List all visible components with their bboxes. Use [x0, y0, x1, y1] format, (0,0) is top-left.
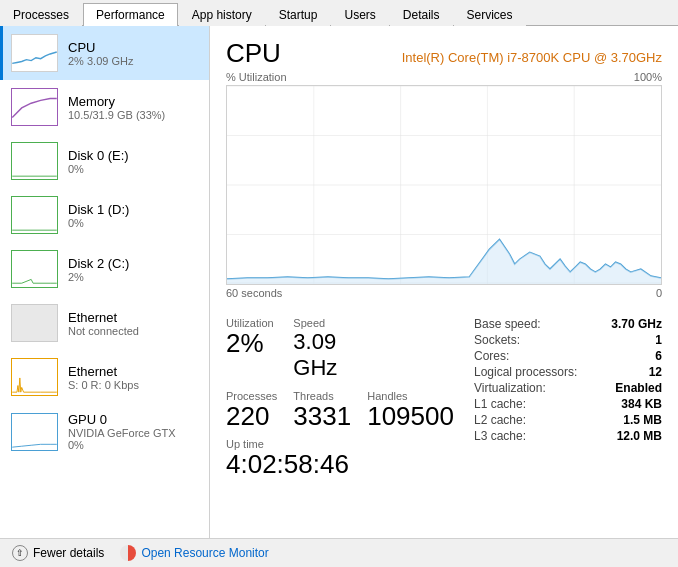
- ethernet0-title: Ethernet: [68, 310, 201, 325]
- base-speed-val: 3.70 GHz: [611, 317, 662, 331]
- handles-label: Handles: [367, 390, 454, 402]
- chart-label-left: % Utilization: [226, 71, 287, 83]
- disk2-title: Disk 2 (C:): [68, 256, 201, 271]
- memory-thumbnail: [11, 88, 58, 126]
- fewer-details-button[interactable]: ⇧ Fewer details: [12, 545, 104, 561]
- cores-row: Cores: 6: [474, 349, 662, 363]
- stats-grid: Utilization 2% Speed 3.09 GHz Processes …: [226, 317, 454, 479]
- tab-app-history[interactable]: App history: [179, 3, 265, 26]
- disk2-info: Disk 2 (C:) 2%: [68, 256, 201, 283]
- ethernet1-thumbnail: [11, 358, 58, 396]
- l1-row: L1 cache: 384 KB: [474, 397, 662, 411]
- cores-val: 6: [655, 349, 662, 363]
- sidebar-item-ethernet0[interactable]: Ethernet Not connected: [0, 296, 209, 350]
- memory-info: Memory 10.5/31.9 GB (33%): [68, 94, 201, 121]
- gpu0-title: GPU 0: [68, 412, 201, 427]
- tab-services[interactable]: Services: [454, 3, 526, 26]
- disk0-subtitle: 0%: [68, 163, 201, 175]
- tab-users[interactable]: Users: [331, 3, 388, 26]
- memory-subtitle: 10.5/31.9 GB (33%): [68, 109, 201, 121]
- l3-val: 12.0 MB: [617, 429, 662, 443]
- virtualization-val: Enabled: [615, 381, 662, 395]
- handles-value: 109500: [367, 402, 454, 431]
- sockets-row: Sockets: 1: [474, 333, 662, 347]
- svg-rect-1: [12, 89, 57, 125]
- sidebar-item-disk1[interactable]: Disk 1 (D:) 0%: [0, 188, 209, 242]
- sidebar-item-cpu[interactable]: CPU 2% 3.09 GHz: [0, 26, 209, 80]
- utilization-value: 2%: [226, 329, 277, 358]
- footer: ⇧ Fewer details Open Resource Monitor: [0, 538, 678, 567]
- panel-cpu-model: Intel(R) Core(TM) i7-8700K CPU @ 3.70GHz: [402, 50, 662, 65]
- logical-row: Logical processors: 12: [474, 365, 662, 379]
- sockets-key: Sockets:: [474, 333, 520, 347]
- right-panel: CPU Intel(R) Core(TM) i7-8700K CPU @ 3.7…: [210, 26, 678, 538]
- bottom-section: Utilization 2% Speed 3.09 GHz Processes …: [226, 307, 662, 479]
- open-resource-monitor-link[interactable]: Open Resource Monitor: [120, 545, 268, 561]
- sidebar-item-ethernet1[interactable]: Ethernet S: 0 R: 0 Kbps: [0, 350, 209, 404]
- panel-header: CPU Intel(R) Core(TM) i7-8700K CPU @ 3.7…: [226, 38, 662, 69]
- disk2-subtitle: 2%: [68, 271, 201, 283]
- utilization-block: Utilization 2%: [226, 317, 277, 382]
- main-content: CPU 2% 3.09 GHz Memory 10.5/31.9 GB (33%…: [0, 26, 678, 538]
- speed-value: 3.09 GHz: [293, 329, 351, 382]
- cores-key: Cores:: [474, 349, 509, 363]
- base-speed-key: Base speed:: [474, 317, 541, 331]
- tab-processes[interactable]: Processes: [0, 3, 82, 26]
- speed-block: Speed 3.09 GHz: [293, 317, 351, 382]
- l1-key: L1 cache:: [474, 397, 526, 411]
- memory-title: Memory: [68, 94, 201, 109]
- ethernet0-info: Ethernet Not connected: [68, 310, 201, 337]
- chart-label-right: 100%: [634, 71, 662, 83]
- handles-block: Handles 109500: [367, 390, 454, 431]
- gpu0-subtitle2: 0%: [68, 439, 201, 451]
- virtualization-row: Virtualization: Enabled: [474, 381, 662, 395]
- l3-key: L3 cache:: [474, 429, 526, 443]
- ethernet1-title: Ethernet: [68, 364, 201, 379]
- tab-startup[interactable]: Startup: [266, 3, 331, 26]
- disk2-thumbnail: [11, 250, 58, 288]
- disk1-subtitle: 0%: [68, 217, 201, 229]
- svg-rect-2: [12, 143, 57, 179]
- threads-label: Threads: [293, 390, 351, 402]
- threads-value: 3331: [293, 402, 351, 431]
- info-table: Base speed: 3.70 GHz Sockets: 1 Cores: 6: [474, 317, 662, 443]
- disk0-info: Disk 0 (E:) 0%: [68, 148, 201, 175]
- sidebar-item-gpu0[interactable]: GPU 0 NVIDIA GeForce GTX 0%: [0, 404, 209, 459]
- sockets-val: 1: [655, 333, 662, 347]
- sidebar-item-memory[interactable]: Memory 10.5/31.9 GB (33%): [0, 80, 209, 134]
- l1-val: 384 KB: [621, 397, 662, 411]
- disk1-thumbnail: [11, 196, 58, 234]
- tab-performance[interactable]: Performance: [83, 3, 178, 26]
- app-window: Processes Performance App history Startu…: [0, 0, 678, 567]
- sidebar-item-disk2[interactable]: Disk 2 (C:) 2%: [0, 242, 209, 296]
- tab-details[interactable]: Details: [390, 3, 453, 26]
- svg-rect-0: [12, 35, 57, 71]
- l3-row: L3 cache: 12.0 MB: [474, 429, 662, 443]
- ethernet0-subtitle: Not connected: [68, 325, 201, 337]
- l2-val: 1.5 MB: [623, 413, 662, 427]
- uptime-block: Up time 4:02:58:46: [226, 438, 454, 479]
- speed-label: Speed: [293, 317, 351, 329]
- svg-rect-3: [12, 197, 57, 233]
- processes-block: Processes 220: [226, 390, 277, 431]
- stats-section: Utilization 2% Speed 3.09 GHz Processes …: [226, 307, 454, 479]
- disk0-title: Disk 0 (E:): [68, 148, 201, 163]
- chart-time-row: 60 seconds 0: [226, 287, 662, 299]
- fewer-details-label: Fewer details: [33, 546, 104, 560]
- virtualization-key: Virtualization:: [474, 381, 546, 395]
- panel-title: CPU: [226, 38, 281, 69]
- chart-label-row: % Utilization 100%: [226, 71, 662, 83]
- gpu0-subtitle: NVIDIA GeForce GTX: [68, 427, 201, 439]
- chevron-up-icon: ⇧: [12, 545, 28, 561]
- disk1-title: Disk 1 (D:): [68, 202, 201, 217]
- logical-val: 12: [649, 365, 662, 379]
- gpu0-thumbnail: [11, 413, 58, 451]
- disk1-info: Disk 1 (D:) 0%: [68, 202, 201, 229]
- svg-rect-4: [12, 251, 57, 287]
- ethernet0-thumbnail: [11, 304, 58, 342]
- resource-monitor-icon: [120, 545, 136, 561]
- base-speed-row: Base speed: 3.70 GHz: [474, 317, 662, 331]
- chart-time-left: 60 seconds: [226, 287, 282, 299]
- cpu-info: CPU 2% 3.09 GHz: [68, 40, 201, 67]
- sidebar-item-disk0[interactable]: Disk 0 (E:) 0%: [0, 134, 209, 188]
